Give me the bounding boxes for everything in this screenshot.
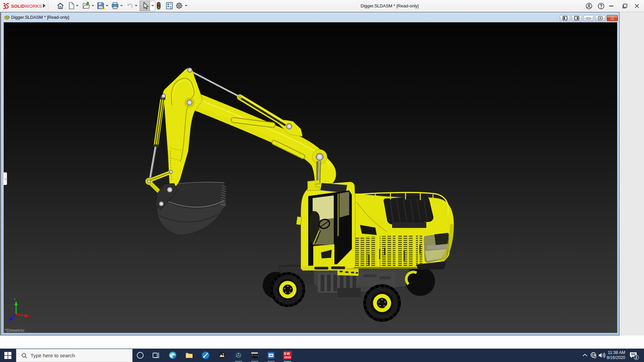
svg-text:C:\>_: C:\>_ bbox=[252, 355, 259, 357]
svg-text:2: 2 bbox=[635, 355, 637, 359]
svg-text:*Dimetric: *Dimetric bbox=[5, 328, 25, 333]
svg-text:SOLIDWORKS: SOLIDWORKS bbox=[11, 4, 42, 9]
svg-text:Y: Y bbox=[14, 298, 16, 301]
